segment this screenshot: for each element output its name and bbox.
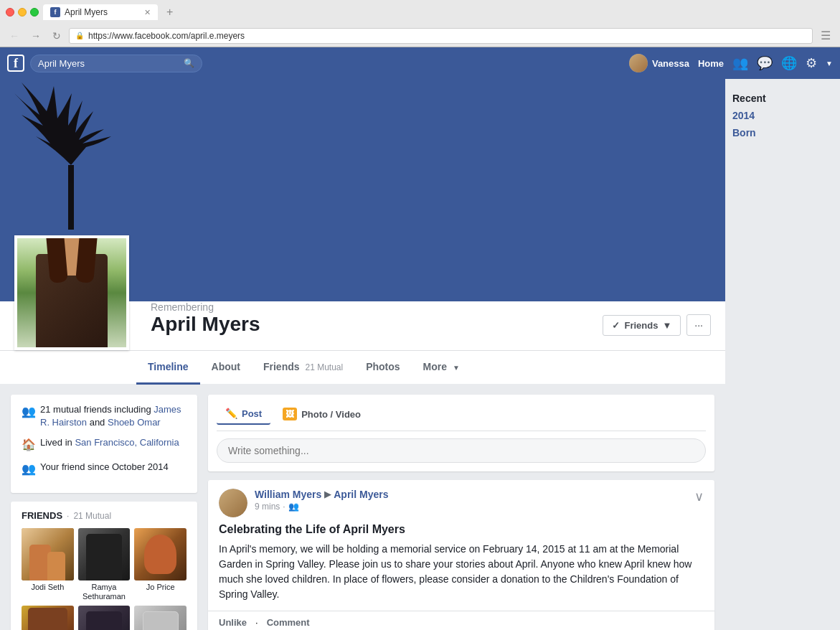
nav-dropdown-arrow[interactable]: ▼ bbox=[826, 60, 833, 67]
mutual-friends-text: 21 mutual friends including James R. Hai… bbox=[40, 403, 187, 429]
page-layout: Remembering April Myers ✓ Friends ▼ ··· bbox=[0, 79, 840, 630]
tab-friends[interactable]: Friends 21 Mutual bbox=[252, 351, 354, 385]
friend-photo bbox=[78, 528, 131, 580]
friend-name: Ramya Sethuraman bbox=[78, 583, 131, 601]
friends-icon: 👥 bbox=[22, 404, 33, 420]
timeline-sidebar: Recent 2014 Born bbox=[725, 79, 840, 630]
address-bar[interactable]: 🔒 https://www.facebook.com/april.e.meyer… bbox=[69, 28, 813, 44]
home-nav-link[interactable]: Home bbox=[698, 58, 724, 69]
audience-icon: 👥 bbox=[288, 502, 299, 512]
browser-chrome: f April Myers ✕ + ← → ↻ 🔒 https://www.fa… bbox=[0, 0, 840, 47]
search-input[interactable] bbox=[38, 58, 179, 69]
browser-tab[interactable]: f April Myers ✕ bbox=[43, 4, 158, 20]
friends-nav-icon[interactable]: 👥 bbox=[732, 55, 748, 71]
forward-button[interactable]: → bbox=[27, 29, 44, 43]
unlike-button[interactable]: Unlike bbox=[219, 617, 247, 628]
reload-button[interactable]: ↻ bbox=[49, 29, 65, 43]
more-dropdown-icon: ▼ bbox=[453, 364, 460, 372]
sidebar-item-born[interactable]: Born bbox=[732, 124, 833, 141]
profile-tabs: Timeline About Friends 21 Mutual Photos … bbox=[0, 350, 725, 384]
friend-photo bbox=[22, 528, 74, 580]
friends-box: FRIENDS · 21 Mutual bbox=[11, 502, 197, 630]
right-column: ✏️ Post 🖼 Photo / Video bbox=[208, 395, 714, 630]
post-tab[interactable]: ✏️ Post bbox=[217, 403, 270, 425]
browser-titlebar: f April Myers ✕ + bbox=[0, 0, 840, 24]
nav-user-avatar bbox=[629, 54, 648, 72]
settings-nav-icon[interactable]: ⚙ bbox=[806, 55, 817, 71]
facebook-navbar: f 🔍 Vanessa Home 👥 💬 🌐 ⚙ ▼ bbox=[0, 47, 840, 79]
search-icon: 🔍 bbox=[184, 58, 194, 68]
post-title: Celebrating the Life of April Myers bbox=[219, 523, 704, 536]
list-item[interactable]: Jodi Seth bbox=[22, 528, 74, 601]
friend-photo bbox=[134, 606, 187, 630]
browser-menu-button[interactable]: ☰ bbox=[817, 27, 834, 44]
profile-picture bbox=[14, 235, 129, 350]
friend-photo bbox=[22, 606, 74, 630]
comment-button[interactable]: Comment bbox=[267, 617, 310, 628]
post-time: 9 mins · 👥 bbox=[255, 502, 687, 512]
messages-nav-icon[interactable]: 💬 bbox=[757, 55, 773, 71]
list-item[interactable]: Ramya Sethuraman bbox=[78, 528, 131, 601]
post-input[interactable] bbox=[217, 438, 706, 463]
minimize-dot[interactable] bbox=[18, 8, 27, 17]
city-link[interactable]: San Francisco, California bbox=[75, 437, 179, 448]
sidebar-item-recent[interactable]: Recent bbox=[732, 90, 833, 107]
remembering-label: Remembering bbox=[151, 301, 603, 313]
tab-close-icon[interactable]: ✕ bbox=[144, 8, 151, 17]
friends-dropdown-icon: ▼ bbox=[662, 320, 671, 331]
lived-in-text: Lived in San Francisco, California bbox=[40, 436, 187, 449]
main-content: Remembering April Myers ✓ Friends ▼ ··· bbox=[0, 79, 725, 630]
friends-mutual-label: · bbox=[67, 511, 69, 521]
public-icon: · bbox=[283, 502, 285, 512]
post-collapse-button[interactable]: ∨ bbox=[694, 489, 704, 504]
expand-dot[interactable] bbox=[30, 8, 39, 17]
post-recipient-link[interactable]: April Myers bbox=[334, 489, 388, 500]
profile-name: April Myers bbox=[151, 313, 603, 336]
friends-mutual-count: 21 Mutual bbox=[305, 362, 343, 372]
info-box-mutual-friends: 👥 21 mutual friends including James R. H… bbox=[11, 395, 197, 493]
tab-photos[interactable]: Photos bbox=[354, 351, 411, 385]
friend-since-row: 👥 Your friend since October 2014 bbox=[22, 461, 187, 477]
more-options-button[interactable]: ··· bbox=[686, 314, 711, 336]
back-button[interactable]: ← bbox=[6, 29, 23, 43]
post-header: William Myers ▶ April Myers 9 mins · 👥 ∨ bbox=[208, 480, 714, 523]
profile-area: Remembering April Myers ✓ Friends ▼ ··· bbox=[0, 301, 725, 384]
pencil-icon: ✏️ bbox=[225, 408, 237, 419]
friend2-link[interactable]: Shoeb Omar bbox=[108, 417, 161, 428]
friend-photo bbox=[134, 528, 187, 580]
post-meta: William Myers ▶ April Myers 9 mins · 👥 bbox=[255, 489, 687, 512]
mutual-friends-row: 👥 21 mutual friends including James R. H… bbox=[22, 403, 187, 429]
close-dot[interactable] bbox=[6, 8, 14, 17]
tab-more[interactable]: More ▼ bbox=[412, 351, 471, 385]
new-tab-button[interactable]: + bbox=[162, 4, 177, 20]
sidebar-item-2014[interactable]: 2014 bbox=[732, 107, 833, 124]
left-column: 👥 21 mutual friends including James R. H… bbox=[11, 395, 197, 630]
cover-section: Remembering April Myers ✓ Friends ▼ ··· bbox=[0, 79, 725, 384]
check-icon: ✓ bbox=[612, 320, 620, 331]
photo-video-tab[interactable]: 🖼 Photo / Video bbox=[274, 403, 369, 425]
post-action-tabs: ✏️ Post 🖼 Photo / Video bbox=[217, 403, 706, 431]
feed-post: William Myers ▶ April Myers 9 mins · 👥 ∨ bbox=[208, 480, 714, 630]
browser-toolbar: ← → ↻ 🔒 https://www.facebook.com/april.e… bbox=[0, 24, 840, 47]
friend-photo bbox=[78, 606, 131, 630]
search-bar[interactable]: 🔍 bbox=[30, 55, 202, 72]
friend-since-text: Your friend since October 2014 bbox=[40, 461, 187, 474]
tab-about[interactable]: About bbox=[200, 351, 252, 385]
lock-icon: 🔒 bbox=[75, 32, 84, 39]
globe-nav-icon[interactable]: 🌐 bbox=[781, 55, 797, 71]
list-item[interactable]: Valerie Chao bbox=[78, 606, 131, 630]
friend-since-icon: 👥 bbox=[22, 461, 33, 477]
friends-section-header: FRIENDS · 21 Mutual bbox=[22, 510, 187, 521]
post-author-link[interactable]: William Myers bbox=[255, 489, 321, 500]
url-text: https://www.facebook.com/april.e.meyers bbox=[88, 31, 245, 41]
list-item[interactable]: Arvi Raquel-Santos bbox=[22, 606, 74, 630]
list-item[interactable]: James R. Hairston bbox=[134, 606, 187, 630]
user-profile-nav[interactable]: Vanessa bbox=[629, 54, 689, 72]
friends-mutual-count-label: 21 Mutual bbox=[73, 511, 111, 521]
friends-grid: Jodi Seth Ramya Sethuraman bbox=[22, 528, 187, 630]
photo-icon: 🖼 bbox=[283, 408, 297, 420]
tree-silhouette-icon bbox=[0, 79, 158, 237]
list-item[interactable]: Jo Price bbox=[134, 528, 187, 601]
friends-button[interactable]: ✓ Friends ▼ bbox=[603, 315, 681, 336]
tab-timeline[interactable]: Timeline bbox=[136, 351, 200, 385]
